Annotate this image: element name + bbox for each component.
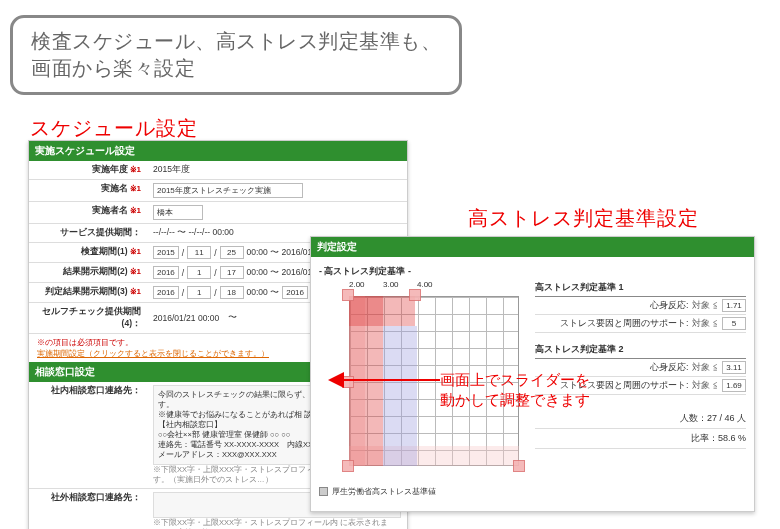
overlay-crit2 <box>383 326 417 466</box>
slider-handle-tl[interactable] <box>342 289 354 301</box>
row-name: 実施名※1 2015年度ストレスチェック実施 <box>29 180 407 202</box>
crit1-row1: 心身反応: 対象 ≦ 1.71 <box>535 297 746 315</box>
kensa-year[interactable]: 2015 <box>153 246 179 259</box>
star: ※1 <box>130 206 141 215</box>
label-person: 実施者名 <box>92 205 128 215</box>
kaiji2-d[interactable]: 18 <box>220 286 244 299</box>
label-kaiji2: 判定結果開示期間(3) <box>45 286 127 296</box>
label-contact-out: 社外相談窓口連絡先 <box>51 492 132 502</box>
chart-ticks: 2.00 3.00 4.00 <box>349 280 451 289</box>
crit1-r1-label: 心身反応: <box>535 299 688 312</box>
slogan-line2: 画面から楽々設定 <box>31 55 441 82</box>
colon: ： <box>132 227 141 237</box>
legend-text: 厚生労働省高ストレス基準値 <box>332 487 436 496</box>
colon: ： <box>132 492 141 502</box>
label-service: サービス提供期間 <box>60 227 132 237</box>
crit1-r2-input[interactable]: 5 <box>722 317 746 330</box>
slogan-box: 検査スケジュール、高ストレス判定基準も、 画面から楽々設定 <box>10 15 462 95</box>
schedule-panel-title: 実施スケジュール設定 <box>29 141 407 161</box>
summary-people-label: 人数： <box>680 413 707 423</box>
contact-out-foot: ※下限XX字・上限XXX字・ストレスプロフィール内 に表示されます。（実施日外で… <box>153 518 401 529</box>
self-date: 2016/01/21 00:00 <box>153 313 219 323</box>
chart-legend: 厚生労働省高ストレス基準値 <box>319 486 529 497</box>
slogan-line1: 検査スケジュール、高ストレス判定基準も、 <box>31 28 441 55</box>
crit1-r2-label: ストレス要因と周囲のサポート: <box>535 317 688 330</box>
crit1-r1-input[interactable]: 1.71 <box>722 299 746 312</box>
star: ※1 <box>130 165 141 174</box>
kaiji2-range1: 00:00 〜 <box>247 287 280 299</box>
slider-handle-t[interactable] <box>409 289 421 301</box>
tilde: 〜 <box>228 312 237 324</box>
chart-title: - 高ストレス判定基準 - <box>319 263 529 280</box>
label-contact-in: 社内相談窓口連絡先 <box>51 385 132 395</box>
label-kensa: 検査期間(1) <box>81 246 127 256</box>
summary-people-val: 27 / 46 人 <box>707 413 746 423</box>
label-self: セルフチェック提供期間(4)： <box>42 306 141 328</box>
input-name[interactable]: 2015年度ストレスチェック実施 <box>153 183 303 198</box>
kaiji1-y[interactable]: 2016 <box>153 266 179 279</box>
anno-l2: 動かして調整できます <box>440 390 590 410</box>
tick-0: 2.00 <box>349 280 383 289</box>
kaiji1-m[interactable]: 1 <box>187 266 211 279</box>
stress-panel-title: 判定設定 <box>311 237 754 257</box>
summary-ratio-label: 比率： <box>691 433 718 443</box>
overlay-crit1-side <box>349 296 383 466</box>
star: ※1 <box>130 267 141 276</box>
input-person[interactable]: 橋本 <box>153 205 203 220</box>
star: ※1 <box>130 287 141 296</box>
colon: ： <box>132 385 141 395</box>
row-person: 実施者名※1 橋本 <box>29 202 407 224</box>
kaiji2-y2[interactable]: 2016 <box>282 286 308 299</box>
kaiji2-y[interactable]: 2016 <box>153 286 179 299</box>
crit1-row2: ストレス要因と周囲のサポート: 対象 ≦ 5 <box>535 315 746 333</box>
row-nendo: 実施年度※1 2015年度 <box>29 161 407 180</box>
slider-handle-bl[interactable] <box>342 460 354 472</box>
star: ※1 <box>130 184 141 193</box>
crit2-title: 高ストレス判定基準 2 <box>535 343 746 359</box>
tick-2: 4.00 <box>417 280 451 289</box>
legend-swatch-icon <box>319 487 328 496</box>
summary-ratio-val: 58.6 % <box>718 433 746 443</box>
kensa-day[interactable]: 25 <box>220 246 244 259</box>
stress-heading: 高ストレス判定基準設定 <box>468 205 699 232</box>
anno-l1: 画面上でスライダーを <box>440 370 590 390</box>
value-service: --/--/-- 〜 --/--/-- 00:00 <box>153 227 234 239</box>
crit1-r1-op: 対象 ≦ <box>692 299 718 312</box>
kensa-month[interactable]: 11 <box>187 246 211 259</box>
label-nendo: 実施年度 <box>92 164 128 174</box>
kaiji2-m[interactable]: 1 <box>187 286 211 299</box>
crit2-r1-op: 対象 ≦ <box>692 361 718 374</box>
tick-1: 3.00 <box>383 280 417 289</box>
slider-handle-br[interactable] <box>513 460 525 472</box>
value-nendo: 2015年度 <box>153 164 190 176</box>
crit-block-1: 高ストレス判定基準 1 心身反応: 対象 ≦ 1.71 ストレス要因と周囲のサポ… <box>535 281 746 333</box>
star: ※1 <box>130 247 141 256</box>
kaiji1-d[interactable]: 17 <box>220 266 244 279</box>
crit2-r2-input[interactable]: 1.69 <box>722 379 746 392</box>
summary: 人数：27 / 46 人 比率：58.6 % <box>535 409 746 449</box>
crit1-title: 高ストレス判定基準 1 <box>535 281 746 297</box>
slider-handle-l[interactable] <box>342 376 354 388</box>
label-name: 実施名 <box>101 183 128 193</box>
crit2-r1-input[interactable]: 3.11 <box>722 361 746 374</box>
label-kaiji1: 結果開示期間(2) <box>63 266 127 276</box>
schedule-heading: スケジュール設定 <box>30 115 198 142</box>
crit2-r2-op: 対象 ≦ <box>692 379 718 392</box>
crit1-r2-op: 対象 ≦ <box>692 317 718 330</box>
annotation-text: 画面上でスライダーを 動かして調整できます <box>440 370 590 411</box>
